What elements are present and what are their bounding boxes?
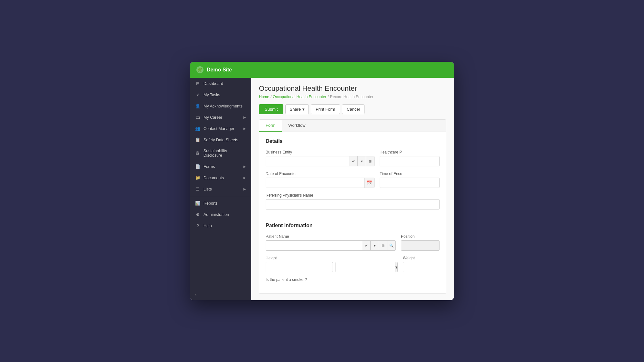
group-time-encounter: Time of Enco [380, 172, 440, 188]
breadcrumb-sep-1: / [270, 95, 271, 99]
group-date-encounter: Date of Encounter 2023-11-27 📅 [266, 172, 374, 188]
label-patient-name: Patient Name [266, 234, 396, 239]
label-weight: Weight [403, 256, 446, 260]
input-weight[interactable] [403, 262, 446, 272]
label-position: Position [401, 234, 440, 239]
tab-form[interactable]: Form [259, 120, 282, 132]
group-position: Position [401, 234, 440, 251]
sustainability-icon: 🏛 [195, 151, 200, 156]
sidebar-item-documents[interactable]: 📁 Documents ▶ [190, 172, 251, 183]
tasks-icon: ✔ [195, 92, 200, 97]
submit-button[interactable]: Submit [259, 104, 283, 114]
sidebar: ⊞ Dashboard ✔ My Tasks 👤 My Acknowledgme… [190, 78, 251, 300]
documents-icon: 📁 [195, 175, 200, 180]
documents-arrow-icon: ▶ [243, 176, 246, 180]
sidebar-divider [190, 196, 251, 196]
section-divider [266, 216, 440, 216]
input-business-entity[interactable] [266, 156, 349, 166]
input-patient-name[interactable] [266, 241, 362, 250]
input-referring-physician[interactable] [266, 199, 440, 209]
share-label: Share [289, 107, 301, 112]
print-button[interactable]: Print Form [311, 104, 340, 114]
sidebar-label-reports: Reports [204, 201, 218, 206]
help-icon: ? [195, 223, 200, 228]
group-referring-physician: Referring Physician's Name [266, 193, 440, 209]
lists-icon: ☰ [195, 187, 200, 191]
patient-name-search-btn[interactable]: 🔍 [387, 241, 395, 250]
contact-manager-arrow-icon: ▶ [243, 127, 246, 130]
input-date-encounter[interactable]: 2023-11-27 [266, 178, 365, 188]
business-entity-check-btn[interactable]: ✔ [349, 156, 357, 166]
height-inputs: ▾ [266, 262, 398, 272]
label-date-encounter: Date of Encounter [266, 172, 374, 176]
sidebar-item-administration[interactable]: ⚙ Administration [190, 209, 251, 220]
form-tabs-container: Form Workflow Details Business Entity ✔ [259, 119, 446, 294]
sidebar-item-lists[interactable]: ☰ Lists ▶ [190, 183, 251, 195]
date-calendar-btn[interactable]: 📅 [365, 178, 374, 188]
acknowledgments-icon: 👤 [195, 104, 200, 108]
label-business-entity: Business Entity [266, 150, 374, 154]
sidebar-item-reports[interactable]: 📊 Reports [190, 198, 251, 209]
sidebar-label-my-tasks: My Tasks [204, 93, 220, 97]
sidebar-label-dashboard: Dashboard [204, 81, 223, 86]
sidebar-item-sustainability-disclosure[interactable]: 🏛 Sustainability Disclosure [190, 145, 251, 161]
label-time-encounter: Time of Enco [380, 172, 440, 176]
business-entity-dropdown-btn[interactable]: ▾ [357, 156, 366, 166]
label-referring-physician: Referring Physician's Name [266, 193, 440, 198]
sidebar-item-dashboard[interactable]: ⊞ Dashboard [190, 78, 251, 89]
page-title: Occupational Health Encounter [259, 84, 446, 93]
breadcrumb-home[interactable]: Home [259, 95, 269, 99]
cancel-button[interactable]: Cancel [342, 104, 365, 114]
sidebar-label-administration: Administration [204, 212, 229, 217]
sidebar-label-safety-data-sheets: Safety Data Sheets [204, 138, 238, 142]
input-time-encounter[interactable] [380, 178, 440, 188]
group-weight: Weight [403, 256, 446, 272]
sidebar-label-sustainability-disclosure: Sustainability Disclosure [204, 149, 246, 158]
sidebar-item-my-acknowledgments[interactable]: 👤 My Acknowledgments [190, 100, 251, 112]
row-referring-physician: Referring Physician's Name [266, 193, 440, 209]
breadcrumb-encounter[interactable]: Occupational Health Encounter [273, 95, 326, 99]
input-healthcare-provider[interactable] [380, 156, 440, 166]
sidebar-label-my-acknowledgments: My Acknowledgments [204, 104, 242, 108]
sidebar-item-help[interactable]: ? Help [190, 220, 251, 231]
contact-manager-icon: 👥 [195, 126, 200, 131]
group-patient-name: Patient Name ✔ ▾ ⊞ 🔍 [266, 234, 396, 251]
sidebar-label-contact-manager: Contact Manager [204, 126, 234, 131]
date-encounter-wrap: 2023-11-27 📅 [266, 178, 374, 188]
group-height: Height ▾ [266, 256, 398, 272]
sidebar-label-documents: Documents [204, 176, 224, 180]
sidebar-label-my-career: My Career [204, 115, 222, 120]
label-smoker: Is the patient a smoker? [266, 277, 440, 282]
sidebar-item-contact-manager[interactable]: 👥 Contact Manager ▶ [190, 123, 251, 134]
patient-info-section-title: Patient Information [266, 223, 440, 228]
patient-name-check-btn[interactable]: ✔ [362, 241, 370, 250]
sidebar-label-lists: Lists [204, 187, 212, 191]
height-unit-dropdown-btn[interactable]: ▾ [395, 262, 398, 272]
sidebar-item-safety-data-sheets[interactable]: 📋 Safety Data Sheets [190, 134, 251, 145]
patient-name-grid-btn[interactable]: ⊞ [379, 241, 387, 250]
input-business-entity-wrap: ✔ ▾ ⊞ [266, 156, 374, 166]
patient-name-dropdown-btn[interactable]: ▾ [370, 241, 379, 250]
sidebar-item-my-career[interactable]: 🗃 My Career ▶ [190, 112, 251, 123]
sidebar-item-my-tasks[interactable]: ✔ My Tasks [190, 89, 251, 100]
career-icon: 🗃 [195, 115, 200, 120]
business-entity-tree-btn[interactable]: ⊞ [366, 156, 374, 166]
sidebar-collapse-button[interactable]: ‹ [190, 289, 251, 300]
safety-icon: 📋 [195, 137, 200, 142]
forms-arrow-icon: ▶ [243, 165, 246, 168]
row-height-weight: Height ▾ Weight [266, 256, 440, 272]
input-height-unit[interactable] [336, 262, 395, 272]
share-dropdown-icon: ▾ [302, 107, 305, 112]
group-business-entity: Business Entity ✔ ▾ ⊞ [266, 150, 374, 166]
breadcrumb-sep-2: / [327, 95, 328, 99]
sidebar-item-forms[interactable]: 📄 Forms ▶ [190, 161, 251, 172]
label-height: Height [266, 256, 398, 260]
label-healthcare-provider: Healthcare P [380, 150, 440, 154]
position-button[interactable] [401, 240, 440, 251]
reports-icon: 📊 [195, 201, 200, 206]
breadcrumb: Home / Occupational Health Encounter / R… [259, 95, 446, 99]
input-height-value[interactable] [266, 262, 333, 272]
tab-workflow[interactable]: Workflow [282, 120, 312, 132]
share-button[interactable]: Share ▾ [285, 104, 309, 114]
sidebar-label-help: Help [204, 224, 212, 228]
